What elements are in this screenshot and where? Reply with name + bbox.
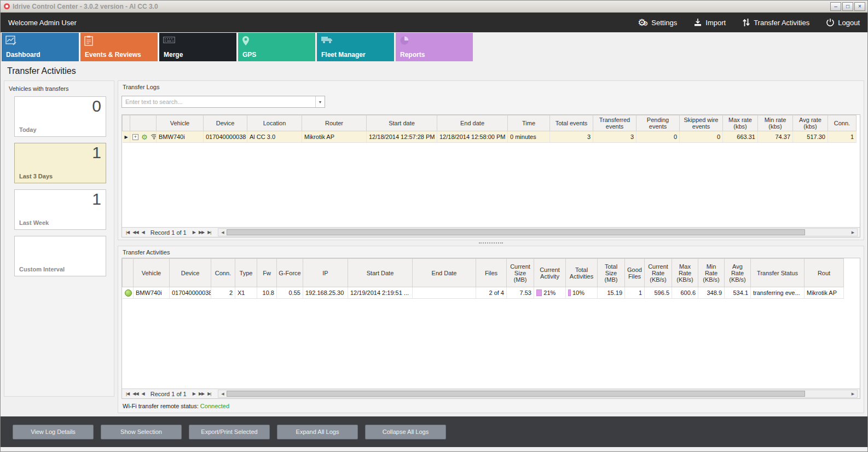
acts-col-avg-rate[interactable]: Avg Rate (KB/s)	[725, 259, 751, 287]
scroll-left-icon[interactable]: ◀	[218, 230, 227, 235]
tile-events-reviews[interactable]: Events & Reviews	[80, 33, 158, 61]
pager-next-button[interactable]: ▶	[193, 391, 195, 396]
logs-col-skipped-wire-events[interactable]: Skipped wire events	[680, 115, 723, 131]
card-last-week[interactable]: 1 Last Week	[14, 189, 106, 230]
tile-dashboard[interactable]: Dashboard	[2, 33, 79, 61]
logs-col-location[interactable]: Location	[247, 115, 302, 131]
card-custom-interval[interactable]: Custom Interval	[14, 236, 106, 276]
card-today[interactable]: 0 Today	[14, 96, 106, 137]
panel-splitter[interactable]	[118, 240, 864, 246]
act-max-rate: 600.6	[672, 287, 698, 299]
logs-col-device[interactable]: Device	[204, 115, 247, 131]
import-button[interactable]: Import	[693, 18, 726, 27]
acts-col-total-activities[interactable]: Total Activities	[566, 259, 598, 287]
window-titlebar[interactable]: Idrive Control Center - 3.0.2 version - …	[1, 1, 867, 13]
acts-col-good-files[interactable]: Good Files	[625, 259, 645, 287]
transfer-activity-row[interactable]: BMW740i 017040000038 2 X1 10.8 0.55 192.…	[123, 287, 844, 299]
log-conn: 1	[828, 131, 857, 143]
card-last-week-label: Last Week	[19, 219, 49, 226]
acts-col-vehicle[interactable]: Vehicle	[134, 259, 170, 287]
welcome-text: Welcome Admin User	[8, 19, 77, 27]
acts-col-current-activity[interactable]: Current Activity	[534, 259, 566, 287]
scroll-right-icon[interactable]: ▶	[849, 392, 857, 396]
scroll-left-icon[interactable]: ◀	[218, 392, 227, 396]
acts-col-device[interactable]: Device	[170, 259, 211, 287]
logs-col-end-date[interactable]: End date	[437, 115, 508, 131]
pager-prev-group-button[interactable]: ◀◀	[132, 230, 138, 235]
tile-merge[interactable]: Merge	[159, 33, 236, 61]
acts-col-ip[interactable]: IP	[303, 259, 348, 287]
pager-first-button[interactable]: |◀	[126, 391, 129, 396]
acts-col-router[interactable]: Rout	[805, 259, 844, 287]
search-input[interactable]	[122, 98, 315, 105]
act-good-files: 1	[625, 287, 645, 299]
card-today-label: Today	[19, 126, 37, 133]
acts-col-transfer-status[interactable]: Transfer Status	[751, 259, 805, 287]
pager-first-button[interactable]: |◀	[126, 230, 129, 235]
acts-col-current-size[interactable]: Current Size (MB)	[507, 259, 534, 287]
logs-col-min-rate[interactable]: Min rate (kbs)	[758, 115, 793, 131]
transfer-log-row[interactable]: ▶ + ⚙ BMW740i 017040000038 Al CC 3.0 Mik…	[123, 131, 857, 143]
scrollbar-thumb[interactable]	[227, 229, 805, 235]
logs-col-start-date[interactable]: Start date	[367, 115, 437, 131]
expand-row-icon[interactable]: +	[132, 134, 138, 140]
pager-next-group-button[interactable]: ▶▶	[199, 391, 204, 396]
collapse-all-logs-button[interactable]: Collapse All Logs	[365, 425, 446, 439]
acts-col-type[interactable]: Type	[235, 259, 257, 287]
acts-col-start-date[interactable]: Start Date	[348, 259, 413, 287]
acts-col-fw[interactable]: Fw	[257, 259, 277, 287]
acts-col-conn[interactable]: Conn.	[211, 259, 235, 287]
export-print-selected-button[interactable]: Export/Print Selected	[189, 425, 270, 439]
scrollbar-track[interactable]	[227, 390, 849, 397]
acts-col-min-rate[interactable]: Min Rate (KB/s)	[698, 259, 725, 287]
expand-all-logs-button[interactable]: Expand All Logs	[277, 425, 358, 439]
pager-last-button[interactable]: ▶|	[207, 230, 211, 235]
splitter-grip-icon	[479, 242, 503, 244]
logs-col-transferred-events[interactable]: Transferred events	[593, 115, 636, 131]
pager-prev-group-button[interactable]: ◀◀	[132, 391, 138, 396]
pager-next-group-button[interactable]: ▶▶	[199, 230, 204, 235]
logs-col-pending-events[interactable]: Pending events	[636, 115, 680, 131]
acts-col-end-date[interactable]: End Date	[413, 259, 476, 287]
window-title: Idrive Control Center - 3.0.2 version - …	[13, 3, 830, 10]
settings-button[interactable]: ⚙⚙ Settings	[638, 18, 677, 27]
logout-button[interactable]: Logout	[826, 18, 860, 27]
pager-next-button[interactable]: ▶	[193, 230, 195, 235]
close-button[interactable]: ×	[854, 2, 865, 11]
activities-horizontal-scrollbar[interactable]: ◀ ▶	[218, 390, 858, 398]
maximize-button[interactable]: □	[842, 2, 853, 11]
acts-col-max-rate[interactable]: Max Rate (KB/s)	[672, 259, 698, 287]
tile-fleet-manager[interactable]: Fleet Manager	[317, 33, 394, 61]
pager-prev-button[interactable]: ◀	[142, 230, 144, 235]
view-log-details-button[interactable]: View Log Details	[13, 425, 94, 439]
acts-col-g-force[interactable]: G-Force	[277, 259, 303, 287]
acts-col-total-size[interactable]: Total Size (MB)	[598, 259, 625, 287]
logs-horizontal-scrollbar[interactable]: ◀ ▶	[218, 228, 858, 236]
scroll-right-icon[interactable]: ▶	[849, 230, 857, 235]
log-row-icons: + ⚙	[130, 131, 157, 143]
logs-col-router[interactable]: Router	[302, 115, 367, 131]
tile-reports[interactable]: Reports	[396, 33, 473, 61]
log-end-date: 12/18/2014 12:58:00 PM	[437, 131, 508, 143]
card-last-3-days[interactable]: 1 Last 3 Days	[14, 143, 106, 183]
logs-col-avg-rate[interactable]: Avg rate (kbs)	[793, 115, 828, 131]
acts-col-current-rate[interactable]: Current Rate (KB/s)	[645, 259, 672, 287]
transfer-activities-button[interactable]: Transfer Activities	[742, 18, 809, 27]
act-transfer-status: transferring eve...	[751, 287, 805, 299]
dropdown-arrow-icon[interactable]: ▼	[315, 96, 325, 107]
minimize-button[interactable]: –	[830, 2, 841, 11]
show-selection-button[interactable]: Show Selection	[101, 425, 182, 439]
logs-col-conn[interactable]: Conn.	[828, 115, 857, 131]
scrollbar-thumb[interactable]	[227, 391, 805, 397]
pager-prev-button[interactable]: ◀	[142, 391, 144, 396]
logs-col-max-rate[interactable]: Max rate (kbs)	[723, 115, 758, 131]
logs-col-vehicle[interactable]: Vehicle	[157, 115, 204, 131]
acts-col-files[interactable]: Files	[476, 259, 507, 287]
activities-header-row: Vehicle Device Conn. Type Fw G-Force IP …	[123, 259, 844, 287]
scrollbar-track[interactable]	[227, 229, 849, 236]
tile-gps[interactable]: GPS	[238, 33, 315, 61]
logs-col-time[interactable]: Time	[508, 115, 550, 131]
gears-icon: ⚙⚙	[638, 18, 648, 27]
pager-last-button[interactable]: ▶|	[207, 391, 211, 396]
logs-col-total-events[interactable]: Total events	[550, 115, 593, 131]
